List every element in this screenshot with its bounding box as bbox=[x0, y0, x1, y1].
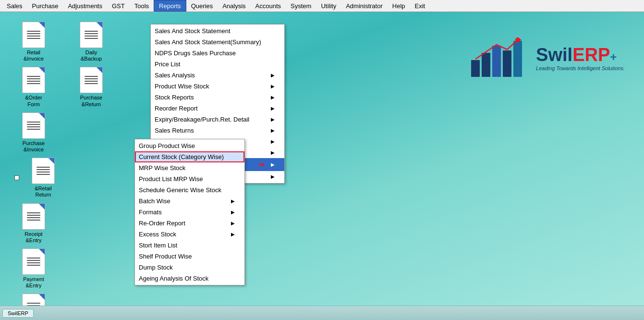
inventory-arrow-red: ➜ bbox=[258, 160, 264, 169]
menu-sales[interactable]: Sales bbox=[2, 0, 27, 12]
reorder-arrow: ▶ bbox=[271, 106, 275, 111]
desktop-icon-order-form[interactable]: &OrderForm bbox=[14, 67, 53, 107]
receipt-entry-label: Receipt&Entry bbox=[24, 231, 42, 244]
desktop-icon-receipt-entry[interactable]: Receipt&Entry bbox=[14, 203, 53, 244]
desktop-icon-purchase-return[interactable]: Purchase&Return bbox=[72, 67, 110, 107]
desktop-icon-payment-entry[interactable]: Payment&Entry bbox=[14, 248, 53, 289]
menu-administrator[interactable]: Administrator bbox=[341, 0, 388, 12]
payment-entry-icon bbox=[22, 248, 45, 275]
icon-row-1: Retail&Invoice Daily&Backup bbox=[14, 22, 110, 62]
menubar: Sales Purchase Adjustments GST Tools Rep… bbox=[0, 0, 644, 12]
desktop-icon-daily-backup[interactable]: Daily&Backup bbox=[72, 22, 110, 62]
menu-tools[interactable]: Tools bbox=[130, 0, 154, 12]
product-wise-arrow: ▶ bbox=[271, 84, 275, 89]
taskbar: SwilERP bbox=[0, 306, 644, 320]
menu-help[interactable]: Help bbox=[388, 0, 410, 12]
menu-system[interactable]: System bbox=[286, 0, 316, 12]
inventory-submenu: Group Product Wise Current Stock (Catego… bbox=[134, 139, 245, 285]
logo-swil: Swil bbox=[536, 45, 572, 65]
inv-mrp-wise-stock[interactable]: MRP Wise Stock bbox=[135, 162, 244, 173]
payment-entry-label: Payment&Entry bbox=[23, 276, 44, 289]
logo-area: Swil ERP + Leading Towards Intelligent S… bbox=[466, 36, 625, 79]
purchase-return-label: Purchase&Return bbox=[80, 95, 102, 107]
menu-adjustments[interactable]: Adjustments bbox=[63, 0, 107, 12]
menu-accounts[interactable]: Accounts bbox=[251, 0, 286, 12]
inv-product-list-mrp[interactable]: Product List MRP Wise bbox=[135, 173, 244, 185]
expiry-arrow: ▶ bbox=[271, 117, 275, 122]
desktop-icons: Retail&Invoice Daily&Backup &OrderF bbox=[14, 22, 110, 320]
small-checkbox bbox=[14, 175, 19, 180]
reports-menu-reorder-report[interactable]: Reorder Report ▶ bbox=[151, 103, 284, 114]
svg-rect-0 bbox=[471, 60, 480, 77]
menu-purchase[interactable]: Purchase bbox=[27, 0, 63, 12]
desktop: Retail&Invoice Daily&Backup &OrderF bbox=[0, 12, 644, 320]
books-register-arrow: ▶ bbox=[271, 139, 275, 144]
icon-row-3: Purchase&Invoice bbox=[14, 112, 110, 153]
logo-brand: Swil ERP + bbox=[536, 45, 625, 65]
logo-text-area: Swil ERP + Leading Towards Intelligent S… bbox=[536, 45, 625, 71]
stock-reports-arrow: ▶ bbox=[271, 95, 275, 100]
inv-formats[interactable]: Formats ▶ bbox=[135, 207, 244, 218]
inv-schedule-generic[interactable]: Schedule Generic Wise Stock bbox=[135, 185, 244, 196]
reports-menu-price-list-1[interactable]: Price List bbox=[151, 59, 284, 70]
inv-group-product-wise[interactable]: Group Product Wise bbox=[135, 140, 244, 151]
icon-row-6: Payment&Entry bbox=[14, 248, 110, 289]
reports-menu-sales-stock[interactable]: Sales And Stock Statement bbox=[151, 25, 284, 37]
inv-batch-wise[interactable]: Batch Wise ▶ bbox=[135, 196, 244, 207]
sales-analysis-arrow: ▶ bbox=[271, 73, 275, 78]
inv-reorder-report[interactable]: Re-Order Report ▶ bbox=[135, 218, 244, 229]
svg-rect-2 bbox=[492, 46, 501, 77]
daily-backup-icon bbox=[80, 22, 103, 48]
receipt-entry-icon bbox=[22, 203, 45, 230]
reports-menu-sales-stock-summary[interactable]: Sales And Stock Statement(Summary) bbox=[151, 37, 284, 48]
menu-exit[interactable]: Exit bbox=[410, 0, 430, 12]
logo-erp: ERP bbox=[572, 45, 610, 65]
formats-arrow: ▶ bbox=[231, 209, 235, 215]
menu-queries[interactable]: Queries bbox=[186, 0, 218, 12]
icon-row-5: Receipt&Entry bbox=[14, 203, 110, 244]
desktop-icon-purchase-invoice[interactable]: Purchase&Invoice bbox=[14, 112, 53, 153]
inv-current-stock-category[interactable]: Current Stock (Category Wise) bbox=[135, 151, 244, 162]
svg-rect-1 bbox=[482, 53, 490, 77]
inv-reorder-arrow: ▶ bbox=[231, 221, 235, 226]
purchase-reports-arrow: ▶ bbox=[271, 150, 275, 155]
reports-menu-product-wise-stock[interactable]: Product Wise Stock ▶ bbox=[151, 81, 284, 92]
order-form-label: &OrderForm bbox=[25, 95, 42, 107]
price-list-arrow: ▶ bbox=[271, 174, 275, 179]
inv-ageing-analysis[interactable]: Ageing Analysis Of Stock bbox=[135, 273, 244, 284]
inv-excess-stock[interactable]: Excess Stock ▶ bbox=[135, 229, 244, 240]
svg-rect-4 bbox=[513, 41, 522, 77]
purchase-return-icon bbox=[80, 67, 103, 93]
retail-invoice-label: Retail&Invoice bbox=[24, 49, 44, 62]
inv-dump-stock[interactable]: Dump Stock bbox=[135, 262, 244, 273]
logo-plus: + bbox=[610, 50, 617, 64]
retail-invoice-icon bbox=[22, 22, 45, 48]
reports-menu-stock-reports[interactable]: Stock Reports ▶ bbox=[151, 92, 284, 103]
svg-rect-3 bbox=[503, 50, 511, 77]
retail-return-icon bbox=[32, 158, 55, 184]
inv-stort-item-list[interactable]: Stort Item List bbox=[135, 240, 244, 251]
order-form-icon bbox=[22, 67, 45, 93]
taskbar-item-1[interactable]: SwilERP bbox=[2, 309, 34, 318]
reports-menu-expiry[interactable]: Expiry/Breakage/Purch.Ret. Detail ▶ bbox=[151, 114, 284, 125]
logo-subtitle: Leading Towards Intelligent Solutions. bbox=[536, 65, 625, 71]
logo-chart-svg bbox=[466, 36, 529, 79]
menu-utility[interactable]: Utility bbox=[316, 0, 341, 12]
sales-returns-arrow: ▶ bbox=[271, 128, 275, 133]
reports-menu-sales-returns[interactable]: Sales Returns ▶ bbox=[151, 125, 284, 136]
excess-stock-arrow: ▶ bbox=[231, 232, 235, 237]
inv-shelf-product-wise[interactable]: Shelf Product Wise bbox=[135, 251, 244, 262]
menu-gst[interactable]: GST bbox=[107, 0, 130, 12]
icon-row-2: &OrderForm Purchase&Return bbox=[14, 67, 110, 107]
menu-analysis[interactable]: Analysis bbox=[218, 0, 250, 12]
reports-menu-ndps[interactable]: NDPS Drugs Sales Purchase bbox=[151, 48, 284, 59]
retail-return-label: &RetailReturn bbox=[35, 185, 51, 198]
icon-row-4: &RetailReturn bbox=[14, 158, 110, 198]
desktop-icon-retail-invoice[interactable]: Retail&Invoice bbox=[14, 22, 53, 62]
inventory-details-arrow: ▶ bbox=[271, 162, 275, 167]
purchase-invoice-icon bbox=[22, 112, 45, 139]
purchase-invoice-label: Purchase&Invoice bbox=[23, 140, 45, 153]
reports-menu-sales-analysis[interactable]: Sales Analysis ▶ bbox=[151, 70, 284, 81]
desktop-icon-retail-return[interactable]: &RetailReturn bbox=[24, 158, 62, 198]
menu-reports[interactable]: Reports bbox=[154, 0, 186, 12]
